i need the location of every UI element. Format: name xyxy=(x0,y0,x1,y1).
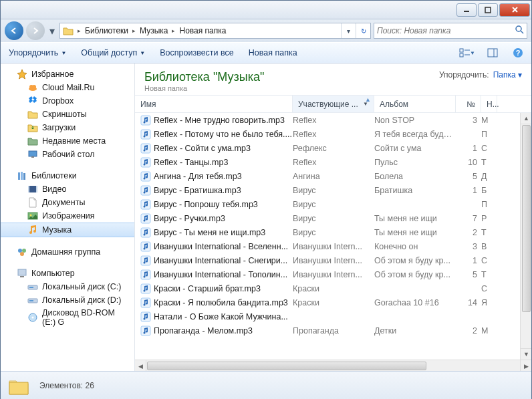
svg-rect-47 xyxy=(141,242,150,251)
table-row[interactable]: Пропаганда - Мелом.mp3ПропагандаДетки2М xyxy=(135,323,531,338)
drive-icon xyxy=(27,295,38,305)
table-row[interactable]: Reflex - Мне трудно говорить.mp3ReflexNo… xyxy=(135,113,531,127)
table-row[interactable]: Вирус - Братишка.mp3ВирусБратишка1Б xyxy=(135,183,531,197)
table-row[interactable]: Вирус - Ручки.mp3ВирусТы меня не ищи7Р xyxy=(135,211,531,225)
sidebar-item[interactable]: Dropbox xyxy=(1,94,134,108)
back-button[interactable] xyxy=(5,21,23,40)
address-dropdown[interactable]: ▾ xyxy=(341,23,356,38)
arrange-by[interactable]: Упорядочить: Папка ▾ xyxy=(439,70,522,80)
maximize-button[interactable] xyxy=(478,3,498,17)
svg-rect-50 xyxy=(141,284,150,293)
sidebar-computer[interactable]: Компьютер xyxy=(1,267,134,280)
table-row[interactable]: Reflex - Танцы.mp3ReflexПульс10Т xyxy=(135,155,531,169)
scroll-thumb[interactable] xyxy=(522,125,531,312)
sidebar-favorites[interactable]: Избранное xyxy=(1,68,134,81)
main-pane: Библиотека "Музыка" Новая папка Упорядоч… xyxy=(135,63,531,371)
svg-rect-52 xyxy=(141,312,150,321)
library-subtitle: Новая папка xyxy=(144,84,264,92)
sidebar-item[interactable]: Загрузки xyxy=(1,121,134,134)
svg-text:?: ? xyxy=(516,49,521,57)
close-button[interactable] xyxy=(499,3,530,17)
table-row[interactable]: Иванушки International - Тополин...Ивану… xyxy=(135,267,531,281)
table-row[interactable]: Натали - О Боже Какой Мужчина... xyxy=(135,309,531,323)
scroll-up-button[interactable]: ▲ xyxy=(521,113,531,124)
search-box[interactable] xyxy=(374,23,527,39)
breadcrumb-seg[interactable]: Музыка xyxy=(137,23,170,38)
svg-point-4 xyxy=(516,26,521,31)
svg-rect-31 xyxy=(20,276,24,277)
table-row[interactable]: Вирус - Попрошу тебя.mp3ВирусП xyxy=(135,197,531,211)
sidebar-item[interactable]: Рабочий стол xyxy=(1,148,134,161)
col-n2[interactable]: Н... xyxy=(481,96,497,112)
help-button[interactable]: ? xyxy=(510,45,526,61)
scroll-down-button[interactable]: ▼ xyxy=(521,348,531,360)
preview-pane-button[interactable] xyxy=(485,45,501,61)
svg-point-16 xyxy=(32,85,36,89)
organize-button[interactable]: Упорядочить▼ xyxy=(6,46,69,59)
col-num[interactable]: № xyxy=(456,96,481,112)
sidebar-homegroup[interactable]: Домашняя группа xyxy=(1,245,134,259)
new-folder-button[interactable]: Новая папка xyxy=(246,46,300,59)
toolbar: Упорядочить▼ Общий доступ▼ Воспроизвести… xyxy=(1,42,531,63)
address-bar[interactable]: ▸ Библиотеки ▸ Музыка ▸ Новая папка ▾ ↻ xyxy=(59,23,371,39)
sidebar-item[interactable]: Видео xyxy=(1,182,134,196)
horizontal-scrollbar[interactable]: ◀ ▶ xyxy=(135,360,531,371)
svg-rect-51 xyxy=(141,298,150,307)
sidebar-item[interactable]: Локальный диск (C:) xyxy=(1,280,134,293)
picture-icon xyxy=(27,211,38,221)
desktop-icon xyxy=(27,149,38,160)
share-button[interactable]: Общий доступ▼ xyxy=(78,46,148,59)
search-input[interactable] xyxy=(377,26,515,35)
table-row[interactable]: Ангина - Для тебя.mp3АнгинаБолела5Д xyxy=(135,169,531,183)
bd-rom-icon xyxy=(27,312,38,323)
table-row[interactable]: Reflex - Сойти с ума.mp3РефлексСойти с у… xyxy=(135,141,531,155)
col-artist[interactable]: Участвующие ...▼ xyxy=(293,96,374,112)
sidebar-item[interactable]: Скриншоты xyxy=(1,108,134,121)
navbar: ▾ ▸ Библиотеки ▸ Музыка ▸ Новая папка ▾ … xyxy=(1,19,531,42)
history-dropdown[interactable]: ▾ xyxy=(47,24,57,37)
breadcrumb-seg[interactable]: Новая папка xyxy=(176,23,229,38)
table-row[interactable]: Иванушки International - Вселенн...Ивану… xyxy=(135,239,531,253)
scroll-left-button[interactable]: ◀ xyxy=(135,360,146,371)
svg-rect-24 xyxy=(36,186,37,192)
sidebar-item[interactable]: Дисковод BD-ROM (E:) G xyxy=(1,307,134,328)
sidebar-item[interactable]: Документы xyxy=(1,196,134,209)
folder-icon xyxy=(63,25,74,36)
minimize-button[interactable] xyxy=(456,3,477,17)
explorer-window: ▾ ▸ Библиотеки ▸ Музыка ▸ Новая папка ▾ … xyxy=(0,0,532,399)
download-icon xyxy=(27,122,38,133)
svg-point-28 xyxy=(22,249,26,253)
table-row[interactable]: Иванушки International - Снегири...Ивану… xyxy=(135,253,531,267)
sidebar-item[interactable]: Недавние места xyxy=(1,134,134,148)
col-album[interactable]: Альбом xyxy=(374,96,456,112)
play-all-button[interactable]: Воспроизвести все xyxy=(157,46,237,59)
svg-point-26 xyxy=(30,215,32,217)
table-row[interactable]: Вирус - Ты меня не ищи.mp3ВирусТы меня н… xyxy=(135,225,531,239)
sidebar: Избранное Cloud Mail.Ru Dropbox Скриншот… xyxy=(1,63,135,371)
table-row[interactable]: Краски - Старший брат.mp3КраскиС xyxy=(135,281,531,295)
table-row[interactable]: Reflex - Потому что не было тебя....Refl… xyxy=(135,127,531,141)
view-button[interactable]: ▼ xyxy=(459,45,475,61)
sidebar-libraries[interactable]: Библиотеки xyxy=(1,169,134,182)
sidebar-item[interactable]: Локальный диск (D:) xyxy=(1,293,134,307)
svg-rect-23 xyxy=(28,186,29,192)
forward-button[interactable] xyxy=(26,21,45,40)
breadcrumb-seg[interactable]: Библиотеки xyxy=(82,23,131,38)
svg-rect-53 xyxy=(141,326,150,336)
sidebar-item[interactable]: Изображения xyxy=(1,209,134,223)
svg-line-5 xyxy=(521,31,523,33)
refresh-button[interactable]: ↻ xyxy=(356,23,370,38)
svg-rect-17 xyxy=(29,151,37,156)
table-row[interactable]: Краски - Я полюбила бандита.mp3КраскиGor… xyxy=(135,295,531,309)
svg-rect-22 xyxy=(28,186,37,192)
sidebar-item[interactable]: Cloud Mail.Ru xyxy=(1,81,134,94)
svg-rect-42 xyxy=(141,172,150,181)
sidebar-item-music[interactable]: Музыка xyxy=(1,223,134,237)
scroll-thumb[interactable] xyxy=(147,362,426,370)
col-name[interactable]: Имя xyxy=(135,96,293,112)
svg-rect-21 xyxy=(23,173,25,180)
vertical-scrollbar[interactable]: ▲ ▼ xyxy=(520,113,531,360)
scroll-right-button[interactable]: ▶ xyxy=(520,360,531,371)
svg-rect-45 xyxy=(141,214,150,223)
svg-rect-10 xyxy=(488,49,497,57)
